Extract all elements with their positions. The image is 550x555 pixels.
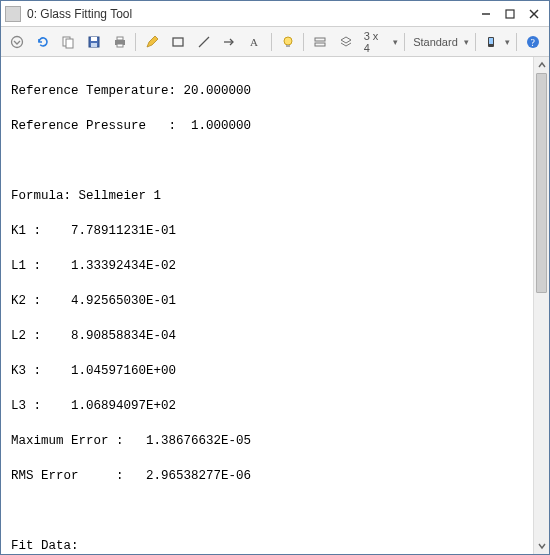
formula-name: Sellmeier 1: [79, 189, 162, 203]
ref-press-label: Reference Pressure :: [11, 119, 176, 133]
report-text[interactable]: Reference Temperature: 20.000000 Referen…: [1, 57, 533, 554]
svg-rect-23: [489, 38, 493, 44]
toolbar-separator: [516, 33, 517, 51]
coef-line: K2 : 4.92565030E-01: [11, 293, 523, 311]
save-icon[interactable]: [84, 32, 104, 52]
rms-error-line: RMS Error : 2.96538277E-06: [11, 468, 523, 486]
maximize-button[interactable]: [503, 7, 517, 21]
toolbar: A 3 x 4 ▾ Standard ▾ ▾ ?: [1, 27, 549, 57]
app-icon: [5, 6, 21, 22]
svg-point-4: [11, 36, 22, 47]
device-icon[interactable]: [482, 32, 502, 52]
ref-temp-label: Reference Temperature:: [11, 84, 176, 98]
coef-name: L2: [11, 329, 26, 343]
scroll-down-arrow[interactable]: [534, 538, 549, 554]
copy-icon[interactable]: [58, 32, 78, 52]
text-icon[interactable]: A: [245, 32, 265, 52]
coef-value: 8.90858834E-04: [71, 329, 176, 343]
coef-value: 4.92565030E-01: [71, 294, 176, 308]
rms-error-value: 2.96538277E-06: [146, 469, 251, 483]
coef-value: 1.04597160E+00: [71, 364, 176, 378]
coef-line: L1 : 1.33392434E-02: [11, 258, 523, 276]
toolbar-separator: [404, 33, 405, 51]
titlebar: 0: Glass Fitting Tool: [1, 1, 549, 27]
toolbar-separator: [135, 33, 136, 51]
svg-rect-1: [506, 10, 514, 18]
style-dropdown[interactable]: Standard: [411, 36, 460, 48]
svg-rect-12: [117, 44, 123, 47]
blank-line: [11, 153, 523, 171]
max-error-value: 1.38676632E-05: [146, 434, 251, 448]
fit-data-header: Fit Data:: [11, 538, 523, 555]
coef-line: K1 : 7.78911231E-01: [11, 223, 523, 241]
window-title: 0: Glass Fitting Tool: [27, 7, 479, 21]
svg-rect-18: [286, 45, 290, 47]
scroll-thumb[interactable]: [536, 73, 547, 293]
coef-value: 1.06894097E+02: [71, 399, 176, 413]
print-icon[interactable]: [110, 32, 130, 52]
coef-name: K3: [11, 364, 26, 378]
formula-label: Formula:: [11, 189, 71, 203]
svg-text:?: ?: [531, 36, 536, 47]
help-icon[interactable]: ?: [523, 32, 543, 52]
bulb-icon[interactable]: [278, 32, 298, 52]
rms-error-label: RMS Error :: [11, 469, 124, 483]
ref-press-line: Reference Pressure : 1.000000: [11, 118, 523, 136]
pencil-icon[interactable]: [142, 32, 162, 52]
window-controls: [479, 7, 545, 21]
ref-temp-value: 20.000000: [184, 84, 252, 98]
expand-icon[interactable]: [7, 32, 27, 52]
coef-value: 7.78911231E-01: [71, 224, 176, 238]
ref-press-value: 1.000000: [191, 119, 251, 133]
svg-rect-11: [117, 37, 123, 40]
vertical-scrollbar[interactable]: [533, 57, 549, 554]
ref-temp-line: Reference Temperature: 20.000000: [11, 83, 523, 101]
svg-rect-13: [173, 38, 183, 46]
svg-rect-6: [66, 39, 73, 48]
layers-icon[interactable]: [310, 32, 330, 52]
svg-rect-20: [315, 43, 325, 46]
scroll-up-arrow[interactable]: [534, 57, 549, 73]
grid-size-label[interactable]: 3 x 4: [362, 30, 389, 54]
svg-point-17: [284, 37, 292, 45]
rectangle-icon[interactable]: [168, 32, 188, 52]
toolbar-separator: [303, 33, 304, 51]
coef-name: L3: [11, 399, 26, 413]
coef-line: K3 : 1.04597160E+00: [11, 363, 523, 381]
coef-name: K1: [11, 224, 26, 238]
chevron-down-icon[interactable]: ▾: [393, 37, 398, 47]
coef-line: L2 : 8.90858834E-04: [11, 328, 523, 346]
refresh-icon[interactable]: [33, 32, 53, 52]
minimize-button[interactable]: [479, 7, 493, 21]
max-error-label: Maximum Error :: [11, 434, 124, 448]
close-button[interactable]: [527, 7, 541, 21]
svg-rect-8: [91, 37, 97, 41]
toolbar-separator: [271, 33, 272, 51]
arrow-icon[interactable]: [219, 32, 239, 52]
max-error-line: Maximum Error : 1.38676632E-05: [11, 433, 523, 451]
svg-text:A: A: [250, 36, 258, 48]
svg-line-14: [199, 37, 209, 47]
content-area: Reference Temperature: 20.000000 Referen…: [1, 57, 549, 554]
line-icon[interactable]: [194, 32, 214, 52]
svg-marker-21: [341, 37, 351, 43]
stack-icon[interactable]: [336, 32, 356, 52]
svg-rect-9: [91, 43, 97, 47]
formula-line: Formula: Sellmeier 1: [11, 188, 523, 206]
svg-rect-19: [315, 38, 325, 41]
blank-line: [11, 503, 523, 521]
toolbar-separator: [475, 33, 476, 51]
coef-value: 1.33392434E-02: [71, 259, 176, 273]
chevron-down-icon[interactable]: ▾: [464, 37, 469, 47]
coef-name: K2: [11, 294, 26, 308]
chevron-down-icon[interactable]: ▾: [505, 37, 510, 47]
coef-line: L3 : 1.06894097E+02: [11, 398, 523, 416]
coef-name: L1: [11, 259, 26, 273]
